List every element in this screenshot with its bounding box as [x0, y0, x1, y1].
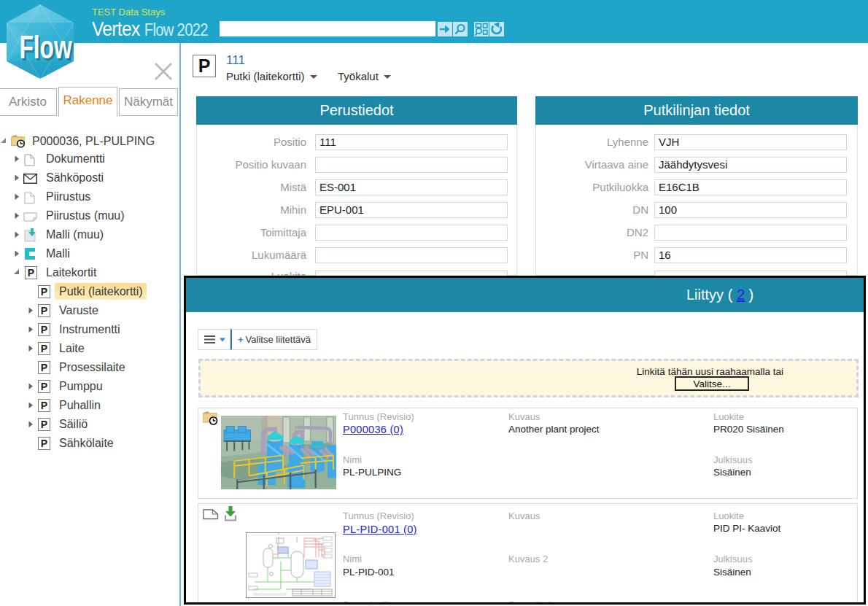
svg-text:Flow: Flow	[20, 29, 73, 65]
